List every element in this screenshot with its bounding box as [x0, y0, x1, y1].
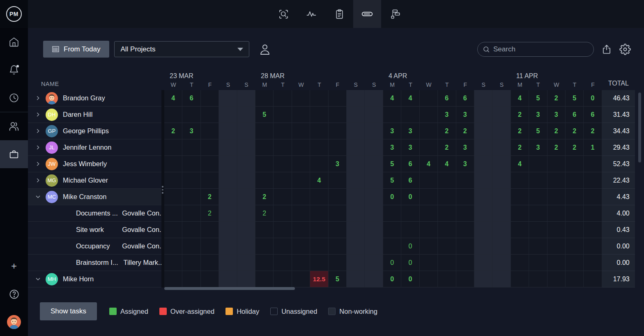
allocation-cell[interactable]: [365, 271, 383, 287]
allocation-cell[interactable]: [182, 139, 200, 156]
allocation-cell[interactable]: [164, 107, 182, 123]
allocation-cell[interactable]: [456, 222, 474, 238]
allocation-cell[interactable]: [547, 238, 566, 255]
allocation-cell[interactable]: [420, 172, 438, 189]
allocation-cell[interactable]: [274, 156, 292, 172]
person-row-name[interactable]: GPGeorge Phillips: [28, 123, 161, 139]
allocation-cell[interactable]: [547, 156, 566, 172]
allocation-cell[interactable]: [492, 271, 511, 287]
allocation-cell[interactable]: [474, 271, 492, 287]
allocation-cell[interactable]: [310, 107, 328, 123]
allocation-cell[interactable]: [182, 107, 200, 123]
allocation-cell[interactable]: [329, 90, 347, 107]
allocation-cell[interactable]: [547, 189, 566, 205]
allocation-cell[interactable]: [492, 222, 511, 238]
settings-gear-icon[interactable]: [619, 43, 631, 56]
allocation-cell[interactable]: [365, 205, 383, 222]
allocation-cell[interactable]: [255, 156, 274, 172]
allocation-cell[interactable]: 3: [456, 139, 474, 156]
allocation-cell[interactable]: [438, 271, 456, 287]
chevron-right-icon[interactable]: [35, 144, 41, 151]
allocation-cell[interactable]: [310, 238, 328, 255]
allocation-cell[interactable]: [420, 189, 438, 205]
allocation-cell[interactable]: 2: [255, 189, 274, 205]
allocation-cell[interactable]: [347, 107, 365, 123]
allocation-cell[interactable]: [329, 123, 347, 139]
allocation-cell[interactable]: 6: [566, 107, 584, 123]
allocation-cell[interactable]: 2: [201, 205, 219, 222]
allocation-cell[interactable]: [365, 172, 383, 189]
allocation-cell[interactable]: [237, 205, 255, 222]
allocation-cell[interactable]: [438, 189, 456, 205]
allocation-cell[interactable]: [201, 107, 219, 123]
chevron-right-icon[interactable]: [35, 111, 41, 118]
allocation-cell[interactable]: [274, 255, 292, 271]
allocation-cell[interactable]: 2: [547, 139, 566, 156]
allocation-cell[interactable]: 6: [182, 90, 200, 107]
allocation-cell[interactable]: [365, 90, 383, 107]
allocation-cell[interactable]: [420, 222, 438, 238]
sidebar-item-plus[interactable]: +: [0, 252, 28, 280]
tab-workflow[interactable]: [381, 0, 409, 28]
allocation-cell[interactable]: [164, 205, 182, 222]
person-row-name[interactable]: MGMichael Glover: [28, 172, 161, 189]
allocation-cell[interactable]: [492, 90, 511, 107]
allocation-cell[interactable]: [182, 189, 200, 205]
allocation-cell[interactable]: [347, 205, 365, 222]
allocation-cell[interactable]: [292, 271, 310, 287]
allocation-cell[interactable]: [420, 255, 438, 271]
allocation-cell[interactable]: [201, 222, 219, 238]
allocation-cell[interactable]: 6: [584, 107, 602, 123]
export-button[interactable]: [601, 44, 612, 55]
allocation-cell[interactable]: [474, 156, 492, 172]
allocation-cell[interactable]: 0: [383, 271, 401, 287]
person-row-name[interactable]: DHDaren Hill: [28, 107, 161, 123]
allocation-cell[interactable]: [492, 205, 511, 222]
allocation-cell[interactable]: 3: [329, 156, 347, 172]
allocation-cell[interactable]: 2: [511, 139, 529, 156]
allocation-cell[interactable]: 3: [456, 107, 474, 123]
person-row-name[interactable]: MCMike Cranston: [28, 189, 161, 205]
allocation-cell[interactable]: [274, 189, 292, 205]
allocation-cell[interactable]: [237, 123, 255, 139]
person-row-name[interactable]: JLJennifer Lennon: [28, 139, 161, 156]
allocation-cell[interactable]: [201, 255, 219, 271]
allocation-cell[interactable]: [255, 271, 274, 287]
allocation-cell[interactable]: 1: [584, 139, 602, 156]
allocation-cell[interactable]: 2: [438, 123, 456, 139]
allocation-cell[interactable]: 4: [310, 172, 328, 189]
allocation-cell[interactable]: [274, 172, 292, 189]
allocation-cell[interactable]: 2: [201, 189, 219, 205]
allocation-cell[interactable]: [383, 222, 401, 238]
allocation-cell[interactable]: [474, 189, 492, 205]
allocation-cell[interactable]: [237, 222, 255, 238]
allocation-cell[interactable]: [182, 172, 200, 189]
allocation-cell[interactable]: 3: [401, 123, 419, 139]
allocation-cell[interactable]: [365, 139, 383, 156]
allocation-cell[interactable]: [164, 189, 182, 205]
allocation-cell[interactable]: 4: [383, 90, 401, 107]
allocation-cell[interactable]: 0: [401, 271, 419, 287]
allocation-cell[interactable]: [365, 189, 383, 205]
allocation-cell[interactable]: 2: [456, 123, 474, 139]
allocation-cell[interactable]: [474, 123, 492, 139]
allocation-cell[interactable]: [401, 222, 419, 238]
allocation-cell[interactable]: 0: [401, 189, 419, 205]
allocation-cell[interactable]: [438, 205, 456, 222]
allocation-cell[interactable]: [365, 238, 383, 255]
allocation-cell[interactable]: [566, 156, 584, 172]
allocation-cell[interactable]: [474, 255, 492, 271]
person-row-name[interactable]: Brandon Gray: [28, 90, 161, 107]
allocation-cell[interactable]: [292, 123, 310, 139]
allocation-cell[interactable]: [529, 205, 547, 222]
allocation-cell[interactable]: [201, 90, 219, 107]
allocation-cell[interactable]: [219, 172, 237, 189]
allocation-cell[interactable]: 3: [529, 107, 547, 123]
allocation-cell[interactable]: 2: [584, 123, 602, 139]
search-box[interactable]: [477, 42, 594, 57]
allocation-cell[interactable]: [164, 271, 182, 287]
allocation-cell[interactable]: [584, 205, 602, 222]
allocation-cell[interactable]: [529, 172, 547, 189]
allocation-cell[interactable]: 5: [529, 90, 547, 107]
allocation-cell[interactable]: 3: [547, 107, 566, 123]
